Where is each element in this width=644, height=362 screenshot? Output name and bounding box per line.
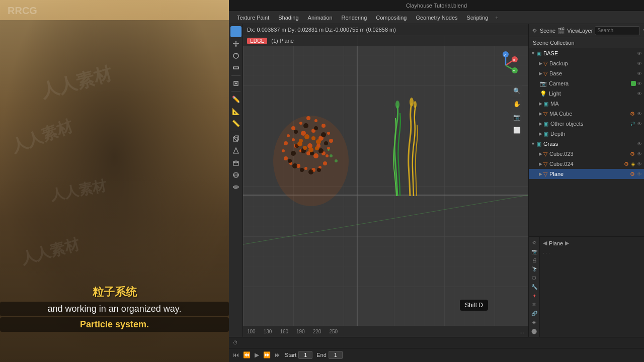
outliner-search-input[interactable] (595, 26, 640, 35)
prop-btn-constraints[interactable]: 🔗 (530, 309, 539, 317)
tool-add-sphere[interactable] (230, 169, 242, 180)
tool-annotate-line[interactable]: 📐 (230, 106, 242, 117)
svg-point-41 (291, 126, 295, 130)
subtitle-highlight-text: Particle system. (80, 319, 149, 329)
prop-btn-particles[interactable]: ✦ (530, 292, 539, 300)
visibility-backup[interactable]: 👁 (637, 61, 642, 66)
svg-point-45 (321, 124, 326, 128)
tool-add-cylinder[interactable] (230, 157, 242, 168)
menu-texture-paint[interactable]: Texture Paint (233, 14, 273, 22)
prop-arrow-left[interactable]: ◀ (543, 240, 547, 246)
tree-item-other-objects[interactable]: ▶ ▣ Other objects ⇄ 👁 (529, 119, 644, 129)
visibility-base[interactable]: 👁 (637, 51, 642, 56)
visibility-camera[interactable]: 👁 (637, 81, 642, 86)
tree-item-ma[interactable]: ▶ ▣ MA (529, 99, 644, 109)
svg-point-92 (297, 141, 302, 146)
jump-end-btn[interactable]: ⏭ (275, 351, 281, 358)
ortho-btn[interactable]: ⬜ (511, 125, 522, 136)
visibility-light[interactable]: 👁 (637, 91, 642, 97)
tree-item-light[interactable]: 💡 Light 👁 (529, 88, 644, 99)
frame-190: 190 (296, 329, 305, 334)
tree-label-depth: Depth (550, 131, 642, 137)
menu-scripting[interactable]: Scripting (463, 14, 493, 22)
svg-marker-3 (235, 41, 236, 42)
play-btn[interactable]: ▶ (255, 351, 259, 358)
tree-item-plane[interactable]: ▶ ▽ Plane ⚙ 👁 (529, 169, 644, 179)
menu-shading[interactable]: Shading (274, 14, 302, 22)
end-value-input[interactable] (329, 351, 343, 359)
svg-point-22 (233, 174, 238, 176)
tree-item-camera[interactable]: 📷 Camera 👁 (529, 78, 644, 88)
prop-btn-data[interactable]: ◈ (530, 318, 539, 326)
outliner-filter-btn[interactable]: ▼ (642, 28, 644, 33)
prop-btn-render[interactable]: 📷 (530, 248, 539, 256)
camera-view-btn[interactable]: 📷 (511, 112, 522, 123)
tool-add-cube[interactable] (230, 133, 242, 144)
footer-frame-numbers: 100 130 160 190 220 250 (247, 329, 338, 334)
content-area: ✏️ 📐 📏 (229, 24, 644, 337)
svg-point-23 (233, 186, 238, 189)
step-fwd-btn[interactable]: ⏩ (263, 351, 271, 358)
svg-point-74 (324, 141, 328, 145)
hand-pan-btn[interactable]: ✋ (511, 99, 522, 110)
tool-rotate[interactable] (230, 50, 242, 61)
step-back-btn[interactable]: ⏪ (243, 351, 251, 358)
menu-plus[interactable]: + (495, 15, 498, 21)
prop-btn-scene[interactable]: ⛭ (530, 239, 539, 247)
title-bar: Clayhouse Tutorial.blend (229, 0, 644, 11)
svg-point-71 (303, 123, 308, 128)
prop-btn-view[interactable]: 🔭 (530, 265, 539, 274)
tree-arrow-base: ▼ (531, 51, 535, 56)
tree-item-cube023[interactable]: ▶ ▽ Cube.023 ⚙ 👁 (529, 149, 644, 159)
jump-start-btn[interactable]: ⏮ (233, 351, 239, 358)
tree-item-backup[interactable]: ▶ ▽ Backup 👁 (529, 58, 644, 68)
menu-rendering[interactable]: Rendering (338, 14, 371, 22)
visibility-other[interactable]: 👁 (637, 121, 642, 127)
svg-point-56 (282, 149, 285, 152)
prop-btn-output[interactable]: 🖨 (530, 256, 539, 264)
prop-btn-object[interactable]: ⬡ (530, 274, 539, 282)
subtitle-highlight-row: Particle system. (0, 317, 229, 332)
tool-scale[interactable] (230, 62, 242, 73)
tree-label-ma: MA (550, 101, 642, 107)
visibility-grass[interactable]: 👁 (637, 141, 642, 147)
tool-move[interactable] (230, 38, 242, 49)
tool-add-torus[interactable] (230, 182, 242, 193)
tool-add-cone[interactable] (230, 145, 242, 156)
tool-transform[interactable] (230, 78, 242, 89)
viewlayer-label: ViewLayer (567, 28, 593, 34)
tree-label-light: Light (549, 90, 637, 97)
prop-btn-material[interactable]: ⬤ (530, 327, 539, 335)
visibility-plane[interactable]: 👁 (637, 171, 642, 177)
tree-item-ma-cube[interactable]: ▶ ▽ MA Cube ⚙ 👁 (529, 109, 644, 119)
prop-object-name: Plane (549, 240, 563, 246)
menu-geometry-nodes[interactable]: Geometry Nodes (412, 14, 461, 22)
tree-item-base-obj[interactable]: ▶ ▽ Base 👁 (529, 68, 644, 78)
transform-info: Dx: 0.003837 m Dy: 0.02831 m Dz:-0.00075… (247, 27, 396, 33)
prop-btn-modifier[interactable]: 🔧 (530, 283, 539, 291)
viewport-3d[interactable]: Dx: 0.003837 m Dy: 0.02831 m Dz:-0.00075… (243, 24, 528, 337)
menu-animation[interactable]: Animation (304, 14, 337, 22)
menu-compositing[interactable]: Compositing (372, 14, 411, 22)
light-icon: 💡 (540, 90, 547, 97)
tool-annotate[interactable]: ✏️ (230, 94, 242, 105)
viewport-gizmo[interactable]: X Y Z (491, 50, 521, 80)
tree-label-cube024: Cube.024 (549, 161, 624, 167)
tool-measure[interactable]: 📏 (230, 118, 242, 129)
zoom-in-btn[interactable]: 🔍 (511, 85, 522, 97)
visibility-ma-cube[interactable]: 👁 (637, 111, 642, 117)
frame-100: 100 (247, 329, 256, 334)
prop-arrow-right[interactable]: ▶ (565, 240, 569, 246)
svg-point-47 (329, 139, 333, 143)
tree-item-depth[interactable]: ▶ ▣ Depth (529, 129, 644, 139)
visibility-cube023[interactable]: 👁 (637, 151, 642, 157)
visibility-cube024[interactable]: 👁 (637, 161, 642, 167)
tree-item-cube024[interactable]: ▶ ▽ Cube.024 ⚙ ◈ 👁 (529, 159, 644, 169)
tree-item-grass-collection[interactable]: ▼ ▣ Grass 👁 (529, 139, 644, 149)
tree-item-base-collection[interactable]: ▼ ▣ BASE 👁 (529, 48, 644, 58)
visibility-base-obj[interactable]: 👁 (637, 71, 642, 76)
tool-cursor[interactable] (230, 26, 242, 37)
start-value-input[interactable] (298, 351, 312, 359)
prop-btn-physics[interactable]: ⚛ (530, 301, 539, 309)
edit-mode-badge[interactable]: EDGE (247, 38, 267, 44)
